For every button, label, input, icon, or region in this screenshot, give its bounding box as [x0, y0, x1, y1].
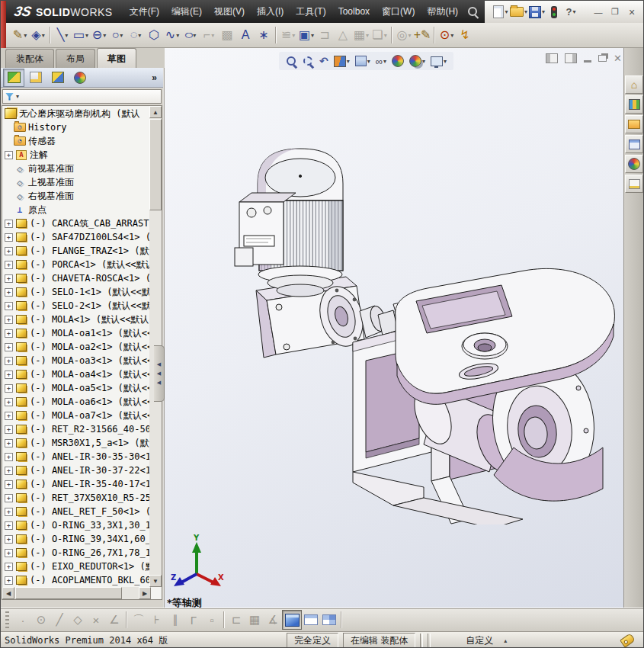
expander-icon[interactable]: +: [5, 398, 13, 406]
section-view-dropdown[interactable]: ▾: [347, 58, 350, 65]
customize-arrow-icon[interactable]: ▴: [504, 637, 507, 644]
scroll-right-button[interactable]: ▶: [139, 587, 151, 599]
tree-item-0[interactable]: ◷History: [2, 120, 149, 134]
expander-icon[interactable]: +: [5, 288, 13, 297]
panel-divider[interactable]: [163, 48, 165, 608]
viewport-four-button[interactable]: [320, 611, 338, 629]
tree-component-23[interactable]: +(-) O-RING_39,34X1,60_1: [2, 532, 149, 546]
help-dropdown[interactable]: ▾: [572, 8, 575, 15]
expander-icon[interactable]: +: [5, 357, 13, 365]
check-sketch-button[interactable]: △: [334, 25, 352, 45]
view-orientation-dropdown[interactable]: ▾: [367, 58, 370, 65]
expander-icon[interactable]: +: [5, 220, 13, 228]
tree-horizontal-scrollbar[interactable]: ◀ ▶: [2, 587, 151, 599]
spline-button[interactable]: ∿▾: [163, 25, 181, 45]
tree-item-1[interactable]: ◔传感器: [2, 134, 149, 148]
expander-icon[interactable]: +: [5, 563, 13, 571]
panel-overflow-button[interactable]: »: [152, 72, 157, 83]
window-minimize-button[interactable]: —: [590, 8, 607, 17]
point-button[interactable]: ∗: [255, 25, 273, 45]
expander-icon[interactable]: +: [5, 261, 13, 269]
search-icon[interactable]: [466, 5, 481, 20]
linear-sketch-pattern-dropdown[interactable]: ▾: [366, 32, 369, 39]
menu-3[interactable]: 插入(I): [251, 1, 290, 23]
sketch-snap-box-button[interactable]: ▫: [203, 611, 221, 629]
tag-icon[interactable]: [620, 633, 636, 648]
expander-icon[interactable]: +: [5, 467, 13, 475]
length-snap-button[interactable]: ⊏: [227, 611, 245, 629]
propertymanager-tab[interactable]: [25, 69, 46, 87]
tree-component-22[interactable]: +(-) O-RING_33,3X1,30_10: [2, 518, 149, 532]
polygon-button[interactable]: ⬡: [145, 25, 163, 45]
menu-6[interactable]: 窗口(W): [376, 1, 421, 23]
new-document-dropdown[interactable]: ▾: [505, 8, 508, 15]
view-settings-dropdown[interactable]: ▾: [444, 58, 447, 65]
configurationmanager-tab[interactable]: [47, 69, 69, 87]
open-document-button[interactable]: ▾: [510, 4, 527, 21]
expander-icon[interactable]: +: [5, 302, 13, 310]
tree-component-5[interactable]: +(-) SELO-1<1> (默认<<默: [2, 285, 149, 299]
perimeter-circle-dropdown[interactable]: ▾: [138, 32, 141, 39]
tree-item-3[interactable]: ◇前视基准面: [2, 162, 149, 175]
open-dropdown[interactable]: ▾: [524, 8, 527, 15]
help-button[interactable]: ?▾: [563, 4, 578, 21]
ellipse-button[interactable]: ○▾: [181, 25, 200, 45]
doc-close-icon[interactable]: ✕: [614, 53, 622, 64]
tree-component-16[interactable]: +(-) MSR30X1,5_a<1> (默认: [2, 436, 149, 450]
expander-icon[interactable]: +: [5, 371, 13, 379]
tree-item-4[interactable]: ◇上视基准面: [2, 175, 149, 189]
angle-snap-button[interactable]: ∠: [105, 611, 123, 629]
menu-0[interactable]: 文件(F): [123, 1, 165, 23]
tree-component-18[interactable]: +(-) ANEL-IR-30-37-22<1>: [2, 464, 149, 477]
expander-icon[interactable]: +: [5, 480, 13, 489]
zoom-to-area-button[interactable]: [303, 56, 314, 67]
expander-icon[interactable]: +: [5, 576, 13, 585]
menu-1[interactable]: 编辑(E): [165, 1, 208, 23]
tree-component-15[interactable]: +(-) RET_R2-31566_40-50-: [2, 422, 149, 436]
snap-angle-button[interactable]: ∡: [264, 611, 282, 629]
move-entities-button[interactable]: ❏▾: [370, 25, 389, 45]
rebuild-button[interactable]: [546, 4, 562, 21]
tree-component-24[interactable]: +(-) O-RING_26,7X1,78_11: [2, 546, 149, 560]
tree-component-9[interactable]: +(-) MOLA-oa2<1> (默认<<: [2, 340, 149, 354]
featuremanager-tree-tab[interactable]: [3, 69, 24, 87]
displaymanager-tab[interactable]: [69, 69, 91, 87]
perimeter-circle-button[interactable]: ◌▾: [127, 25, 145, 45]
view-settings-button[interactable]: ▾: [431, 56, 447, 66]
scroll-up-button[interactable]: ▲: [149, 106, 162, 118]
tree-component-26[interactable]: +(-) ACOPLAMENTO_BKL_60_: [2, 573, 149, 587]
expander-icon[interactable]: +: [5, 521, 13, 530]
center-snap-button[interactable]: ⊙: [32, 611, 50, 629]
viewport-single-button[interactable]: [302, 611, 320, 629]
menu-4[interactable]: 工具(T): [290, 1, 332, 23]
tab-2[interactable]: 草图: [97, 48, 136, 68]
mirror-entities-button[interactable]: ≌▾: [279, 25, 297, 45]
scroll-left-button[interactable]: ◀: [2, 587, 14, 599]
appearances-button[interactable]: [625, 155, 643, 173]
display-delete-relations-dropdown[interactable]: ▾: [408, 32, 411, 39]
tree-item-root[interactable]: 无心磨床驱动磨削机构 (默认: [2, 107, 149, 120]
tree-component-7[interactable]: +(-) MOLA<1> (默认<<默认: [2, 313, 149, 326]
expander-icon[interactable]: +: [5, 535, 13, 544]
straight-slot-button[interactable]: ⊖▾: [90, 25, 108, 45]
expander-icon[interactable]: +: [5, 549, 13, 557]
save-button[interactable]: ▾: [529, 4, 545, 21]
customize-menu[interactable]: 自定义: [466, 634, 493, 647]
view-orientation-button[interactable]: ▾: [355, 56, 370, 66]
convert-entities-button[interactable]: ▣▾: [297, 25, 316, 45]
tree-component-4[interactable]: +(-) CHAVETA-ROSCA<1> (默: [2, 271, 149, 285]
filter-dropdown[interactable]: ▾: [16, 93, 19, 100]
save-dropdown[interactable]: ▾: [542, 8, 545, 15]
tree-component-0[interactable]: +(-) CARCA筑_CAB_ARRASTE: [2, 217, 149, 230]
parallel-snap-button[interactable]: ∥: [166, 611, 184, 629]
menu-2[interactable]: 视图(V): [208, 1, 251, 23]
tree-component-1[interactable]: +(-) SAF47DZ100LS4<1> (默: [2, 230, 149, 244]
tab-1[interactable]: 布局: [56, 49, 95, 68]
sketch-button[interactable]: ✎▾: [11, 25, 29, 45]
tree-item-6[interactable]: ⊥原点: [2, 203, 149, 217]
model-canvas[interactable]: [207, 120, 622, 524]
expander-icon[interactable]: +: [5, 425, 13, 434]
tree-component-11[interactable]: +(-) MOLA-oa4<1> (默认<<: [2, 367, 149, 381]
grid-display-button[interactable]: ▦: [245, 611, 264, 629]
expander-icon[interactable]: +: [5, 453, 13, 461]
